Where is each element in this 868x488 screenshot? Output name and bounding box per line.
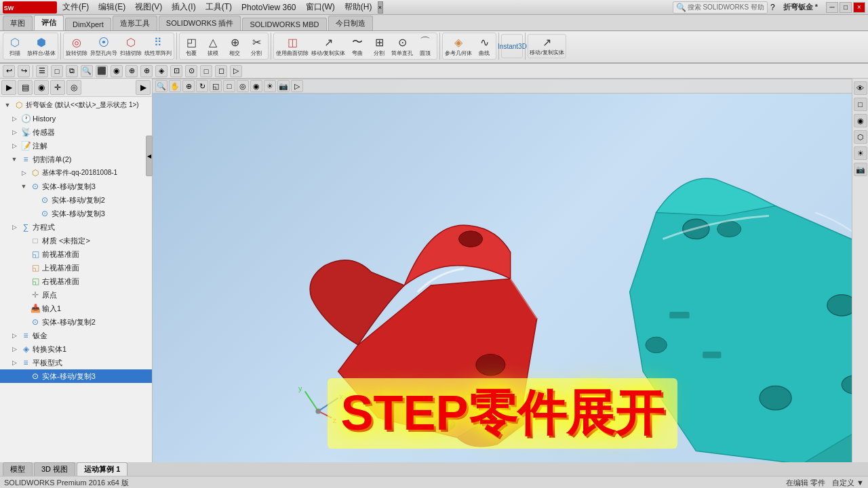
menu-view[interactable]: 视图(V) [131, 0, 166, 14]
basepart-expand[interactable]: ▷ [19, 168, 28, 178]
draft-btn[interactable]: △ 拔模 [202, 34, 224, 58]
loft-btn[interactable]: ⬢ 放样台/基体 [26, 34, 57, 58]
sheetmetal-expand[interactable]: ▷ [9, 331, 19, 340]
linear-pattern-btn[interactable]: ⠿ 线性草阵列 [143, 34, 173, 58]
tree-material[interactable]: ▷ □ 材质 <未指定> [0, 234, 152, 247]
tab-sketch[interactable]: 草图 [3, 16, 33, 30]
sec-ref-btn[interactable]: ⊕ [140, 65, 153, 77]
help-btn[interactable]: ? [770, 3, 775, 12]
ref-geom-btn[interactable]: ◈ 参考几何体 [443, 34, 473, 58]
sec-view1-btn[interactable]: □ [51, 65, 63, 77]
minimize-btn[interactable]: ─ [826, 2, 838, 13]
tree-input1[interactable]: ▷ 📥 输入1 [0, 302, 152, 315]
viewport[interactable]: 🔍 ✋ ⊕ ↻ ◱ □ ◎ ◉ ☀ 📷 ▷ [153, 79, 852, 462]
right-cam-btn[interactable]: 📷 [854, 163, 867, 176]
move-copy2-btn[interactable]: ↗ 移动/复制实体 [528, 34, 566, 58]
panel-collapse-handle[interactable]: ◀ [146, 136, 153, 176]
tree-sensor[interactable]: ▷ 📡 传感器 [0, 125, 152, 139]
sec-geom-btn[interactable]: ◈ [155, 65, 167, 77]
sec-box-btn[interactable]: □ [200, 65, 212, 77]
view-rotate-btn[interactable]: ↻ [196, 80, 208, 92]
scan-cut-btn[interactable]: ⬡ 扫描切除 [119, 34, 143, 58]
history-expand[interactable]: ▷ [9, 114, 19, 123]
tree-solid2[interactable]: ▷ ⊙ 实体-移动/复制2 [0, 193, 152, 207]
close-tab-btn[interactable]: × [378, 1, 383, 14]
redo-btn[interactable]: ↪ [18, 65, 30, 77]
annotation-expand[interactable]: ▷ [9, 141, 19, 150]
sec-render-btn[interactable]: ⬛ [96, 65, 108, 77]
right-appear-btn[interactable]: ◉ [854, 114, 867, 127]
sec-hole-btn[interactable]: ⊙ [185, 65, 197, 77]
sec-box2-btn[interactable]: ◻ [215, 65, 227, 77]
view-orient-btn[interactable]: 🔍 [155, 80, 167, 92]
tree-history[interactable]: ▷ 🕐 History [0, 112, 152, 125]
right-scene-btn[interactable]: ⬡ [854, 130, 867, 144]
tab-sw-plugins[interactable]: SOLIDWORKS 插件 [159, 16, 241, 30]
right-light-btn[interactable]: ☀ [854, 146, 867, 160]
tab-sw-mbd[interactable]: SOLIDWORKS MBD [242, 18, 326, 30]
tree-solid3[interactable]: ▷ ⊙ 实体-移动/复制3 [0, 207, 152, 220]
dome-btn[interactable]: ⌒ 圆顶 [414, 34, 436, 58]
cutlist-expand[interactable]: ▼ [9, 155, 19, 164]
move-copy-btn[interactable]: ↗ 移动/复制实体 [310, 34, 347, 58]
view-cam-btn[interactable]: 📷 [277, 80, 290, 92]
tab-evaluate[interactable]: 评估 [34, 15, 64, 30]
tab-motion1[interactable]: 运动算例 1 [77, 462, 127, 476]
tab-dimxpert[interactable]: DimXpert [65, 18, 111, 30]
panel-expand-btn[interactable]: ▶ [136, 80, 151, 95]
sec-3d-btn[interactable]: ⊡ [170, 65, 182, 77]
surface-cut-btn[interactable]: ◫ 使用曲面切除 [275, 34, 310, 58]
tree-basepart[interactable]: ▷ ⬡ 基体零件-qq-20181008-1 [0, 166, 152, 180]
tree-root[interactable]: ▼ ⬡ 折弯钣金 (默认<<默认>_显示状态 1>) [0, 98, 152, 112]
simple-hole-btn[interactable]: ⊙ 简单直孔 [390, 34, 414, 58]
maximize-btn[interactable]: □ [840, 2, 852, 13]
tree-solid2b[interactable]: ▷ ⊙ 实体-移动/复制2 [0, 315, 152, 329]
tree-equation[interactable]: ▷ ∑ 方程式 [0, 220, 152, 234]
tree-front-plane[interactable]: ▷ ◱ 前视基准面 [0, 247, 152, 261]
menu-photoview[interactable]: PhotoView 360 [237, 1, 300, 14]
right-view-btn[interactable]: 👁 [854, 81, 867, 95]
tab-today[interactable]: 今日制造 [328, 16, 373, 30]
flat-expand[interactable]: ▷ [9, 358, 19, 367]
panel-config-btn[interactable]: ◎ [66, 80, 81, 95]
equation-expand[interactable]: ▷ [9, 222, 19, 232]
convert-expand[interactable]: ▷ [9, 344, 19, 354]
tree-solid3-parent[interactable]: ▼ ⊙ 实体-移动/复制3 [0, 180, 152, 193]
tree-origin[interactable]: ▷ ✛ 原点 [0, 288, 152, 302]
menu-edit[interactable]: 编辑(E) [94, 0, 130, 14]
view-section-btn[interactable]: ◱ [210, 80, 222, 92]
instant3d-btn[interactable]: Instant3D [501, 34, 523, 58]
split-btn[interactable]: ✂ 分割 [245, 34, 267, 58]
curve-btn[interactable]: ∿ 曲线 [473, 34, 495, 58]
status-customize[interactable]: 自定义 ▼ [832, 478, 864, 488]
sec-light-btn[interactable]: ◉ [111, 65, 123, 77]
sensor-expand[interactable]: ▷ [9, 127, 19, 137]
split2-btn[interactable]: ⊞ 分割 [368, 34, 390, 58]
right-display-btn[interactable]: □ [854, 98, 867, 111]
view-light-btn[interactable]: ☀ [264, 80, 276, 92]
tree-convert[interactable]: ▷ ◈ 转换实体1 [0, 342, 152, 356]
tree-sheetmetal[interactable]: ▷ ≡ 钣金 [0, 329, 152, 342]
sec-zoom-btn[interactable]: 🔍 [81, 65, 93, 77]
sec-play-btn[interactable]: ▷ [230, 65, 242, 77]
solid3p-expand[interactable]: ▼ [19, 182, 28, 191]
panel-filter-btn[interactable]: ▶ [1, 80, 16, 95]
view-more-btn[interactable]: ▷ [291, 80, 303, 92]
view-appear-btn[interactable]: ◉ [250, 80, 262, 92]
view-zoom-btn[interactable]: ⊕ [182, 80, 195, 92]
menu-help[interactable]: 帮助(H) [340, 0, 376, 14]
wrap-btn[interactable]: ◰ 包覆 [180, 34, 202, 58]
flex-btn[interactable]: 〜 弯曲 [347, 34, 368, 58]
menu-tools[interactable]: 工具(T) [201, 0, 236, 14]
close-btn[interactable]: × [853, 2, 865, 13]
sec-view2-btn[interactable]: ⧉ [66, 65, 78, 77]
hole-wizard-btn[interactable]: ⦿ 异型孔向导 [89, 34, 119, 58]
tab-3dview[interactable]: 3D 视图 [34, 462, 75, 476]
view-hide-btn[interactable]: ◎ [237, 80, 249, 92]
scan-btn[interactable]: ⬡ 扫描 [4, 34, 26, 58]
tree-annotation[interactable]: ▷ 📝 注解 [0, 139, 152, 152]
menu-insert[interactable]: 插入(I) [167, 0, 199, 14]
tree-cutlist[interactable]: ▼ ≡ 切割清单(2) [0, 152, 152, 166]
intersect-btn[interactable]: ⊕ 相交 [224, 34, 245, 58]
view-display-btn[interactable]: □ [223, 80, 235, 92]
